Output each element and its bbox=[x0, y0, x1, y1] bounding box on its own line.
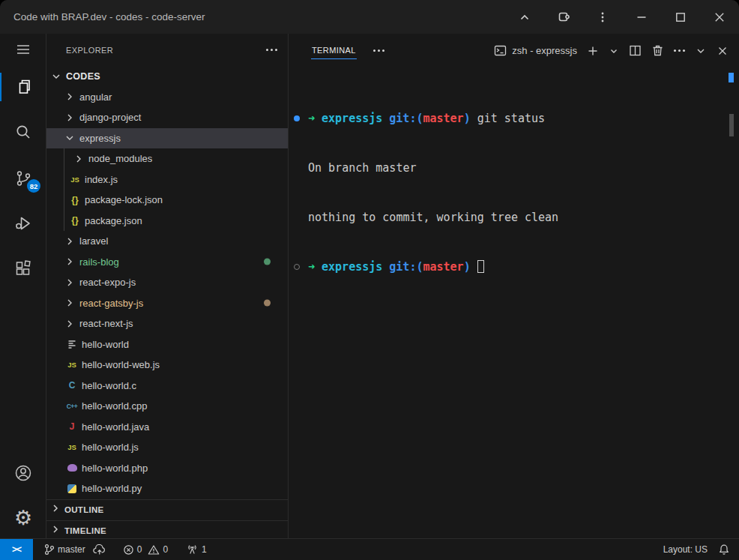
terminal-line: On branch master bbox=[308, 160, 729, 176]
outline-section-header[interactable]: OUTLINE bbox=[46, 499, 288, 520]
browser-menu-button[interactable] bbox=[583, 0, 622, 34]
extensions-view-button[interactable] bbox=[0, 252, 46, 285]
tree-item-label: package.json bbox=[85, 215, 142, 226]
new-terminal-button[interactable] bbox=[587, 45, 599, 57]
explorer-view-button[interactable] bbox=[0, 70, 46, 103]
tree-item-label: hello-world.c bbox=[82, 380, 136, 391]
accounts-button[interactable] bbox=[0, 457, 46, 490]
text-file-icon bbox=[65, 338, 79, 350]
chevron-down-icon bbox=[49, 70, 63, 82]
tree-item-angular[interactable]: angular bbox=[46, 87, 288, 108]
search-icon bbox=[13, 122, 33, 142]
chevron-down-icon bbox=[63, 132, 76, 144]
tree-item-django-project[interactable]: django-project bbox=[46, 107, 288, 128]
tree-item-hello-world-java[interactable]: J hello-world.java bbox=[46, 417, 288, 438]
app-tab-button[interactable] bbox=[544, 0, 583, 34]
close-panel-button[interactable] bbox=[717, 45, 729, 57]
terminal-tab[interactable]: TERMINAL bbox=[311, 34, 357, 67]
tree-item-rails-blog[interactable]: rails-blog bbox=[46, 252, 288, 273]
branch-status-item[interactable]: master bbox=[43, 544, 106, 556]
chevron-up-icon bbox=[517, 10, 532, 25]
tree-item-react-gatsby-js[interactable]: react-gatsby-js bbox=[46, 293, 288, 314]
terminal-panel: TERMINAL zsh - expressjs bbox=[289, 34, 739, 538]
minimize-button[interactable] bbox=[622, 0, 661, 34]
panel-header: TERMINAL zsh - expressjs bbox=[289, 34, 739, 67]
maximize-button[interactable] bbox=[661, 0, 700, 34]
ports-status-item[interactable]: 1 bbox=[186, 544, 207, 556]
hide-panel-chevron-button[interactable] bbox=[695, 45, 707, 57]
tree-item-node-modules[interactable]: node_modules bbox=[46, 148, 288, 169]
tree-item-index-js[interactable]: JS index.js bbox=[46, 169, 288, 190]
tree-item-package-lock-json[interactable]: {} package-lock.json bbox=[46, 190, 288, 211]
warnings-count: 0 bbox=[163, 544, 168, 555]
tree-item-hello-world-py[interactable]: hello-world.py bbox=[46, 478, 288, 499]
search-view-button[interactable] bbox=[0, 115, 46, 148]
warning-triangle-icon bbox=[148, 544, 160, 556]
panel-more-actions-button[interactable] bbox=[674, 49, 685, 52]
tree-item-expressjs[interactable]: expressjs bbox=[46, 128, 288, 149]
title-bar: Code with BRAP.dev - codes - code-server bbox=[0, 0, 739, 34]
run-debug-view-button[interactable] bbox=[0, 207, 46, 240]
tree-item-label: hello-world.java bbox=[82, 421, 149, 433]
settings-button[interactable]: ⚙ bbox=[0, 502, 46, 535]
tree-item-hello-world-php[interactable]: hello-world.php bbox=[46, 458, 288, 479]
tree-item-label: rails-blog bbox=[79, 256, 119, 268]
tree-item-hello-world-web-js[interactable]: JS hello-world-web.js bbox=[46, 355, 288, 376]
tree-item-label: node_modules bbox=[88, 153, 152, 164]
tree-item-laravel[interactable]: laravel bbox=[46, 231, 288, 252]
source-control-view-button[interactable]: 82 bbox=[0, 162, 46, 195]
terminal-shell-dropdown[interactable]: zsh - expressjs bbox=[494, 44, 577, 57]
extensions-icon bbox=[13, 259, 33, 278]
tree-item-label: django-project bbox=[79, 112, 141, 123]
terminal-line: nothing to commit, working tree clean bbox=[308, 209, 729, 226]
tree-item-hello-world[interactable]: hello-world bbox=[46, 334, 288, 355]
gear-icon: ⚙ bbox=[14, 508, 32, 529]
puzzle-icon bbox=[555, 9, 572, 25]
chevron-right-icon bbox=[63, 112, 76, 124]
chevron-right-icon bbox=[63, 297, 76, 309]
tree-item-hello-world-c[interactable]: C hello-world.c bbox=[46, 376, 288, 397]
file-tree: CODES angular django-project expressjs n… bbox=[46, 66, 288, 499]
close-window-button[interactable] bbox=[700, 0, 739, 34]
tree-item-label: react-expo-js bbox=[79, 277, 136, 288]
sync-cloud-icon bbox=[93, 544, 106, 556]
tree-item-label: angular bbox=[79, 91, 112, 103]
tree-item-package-json[interactable]: {} package.json bbox=[46, 211, 288, 232]
python-file-icon bbox=[65, 483, 79, 495]
launch-profile-button[interactable] bbox=[609, 46, 619, 56]
collapse-toolbar-button[interactable] bbox=[505, 0, 544, 34]
sidebar-header: EXPLORER bbox=[46, 34, 288, 66]
command-decoration-success[interactable] bbox=[294, 115, 300, 121]
tree-item-hello-world-cpp[interactable]: C++ hello-world.cpp bbox=[46, 396, 288, 417]
remote-indicator[interactable]: >< bbox=[0, 539, 33, 560]
notifications-bell-icon[interactable] bbox=[718, 544, 730, 556]
tree-item-hello-world-js[interactable]: JS hello-world.js bbox=[46, 437, 288, 458]
git-modified-dot bbox=[264, 300, 271, 307]
files-icon bbox=[13, 77, 33, 97]
tree-item-react-next-js[interactable]: react-next-js bbox=[46, 313, 288, 334]
tree-item-label: hello-world-web.js bbox=[82, 359, 160, 370]
overview-ruler-mark bbox=[729, 73, 734, 82]
terminal-cursor bbox=[477, 260, 484, 273]
split-terminal-button[interactable] bbox=[629, 44, 642, 57]
application-menu-button[interactable] bbox=[0, 33, 46, 66]
command-decoration-pending[interactable] bbox=[294, 264, 300, 270]
terminal-icon bbox=[494, 44, 507, 57]
timeline-section-header[interactable]: TIMELINE bbox=[46, 520, 288, 539]
panel-more-tabs-icon[interactable] bbox=[373, 49, 384, 52]
terminal-scrollbar[interactable] bbox=[729, 114, 734, 136]
keyboard-layout-item[interactable]: Layout: US bbox=[663, 544, 708, 555]
kebab-menu-icon bbox=[596, 10, 609, 24]
tree-section-codes[interactable]: CODES bbox=[46, 66, 288, 87]
problems-status-item[interactable]: 0 0 bbox=[123, 544, 168, 556]
kill-terminal-button[interactable] bbox=[651, 44, 664, 57]
chevron-right-icon bbox=[63, 256, 76, 268]
tree-item-react-expo-js[interactable]: react-expo-js bbox=[46, 272, 288, 293]
terminal-actions: zsh - expressjs bbox=[494, 44, 729, 57]
javascript-file-icon: JS bbox=[65, 442, 79, 454]
ports-count: 1 bbox=[202, 544, 207, 555]
section-label: TIMELINE bbox=[64, 526, 106, 535]
terminal-line: ➜expressjsgit:(master) git status bbox=[308, 110, 729, 127]
terminal-content[interactable]: ➜expressjsgit:(master) git status On bra… bbox=[289, 77, 729, 308]
views-and-more-actions-icon[interactable] bbox=[266, 49, 277, 51]
